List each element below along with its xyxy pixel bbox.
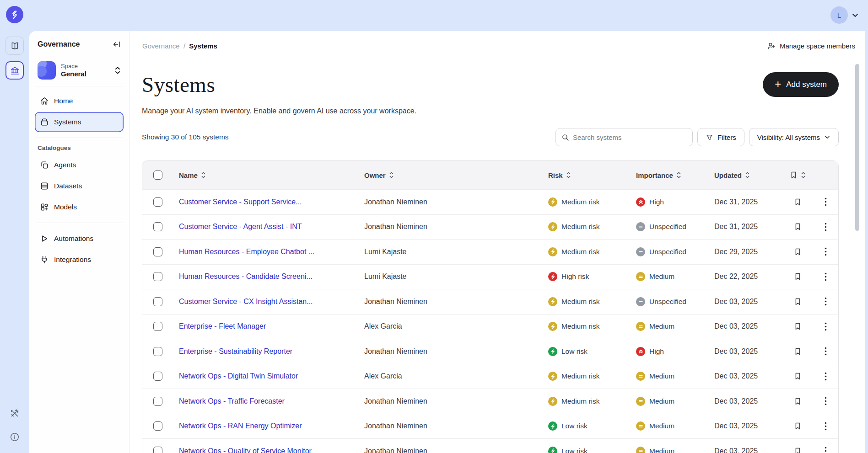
account-chevron-down-icon[interactable] xyxy=(852,11,859,19)
select-all-checkbox[interactable] xyxy=(153,171,162,180)
risk-badge: Medium risk xyxy=(548,297,636,306)
importance-badge: High xyxy=(636,197,714,207)
sidebar-section-catalogues: Catalogues xyxy=(35,138,124,155)
owner-cell: Alex Garcia xyxy=(364,372,548,380)
importance-level-icon xyxy=(636,397,645,406)
breadcrumb-parent[interactable]: Governance xyxy=(142,42,180,50)
updated-cell: Dec 31, 2025 xyxy=(714,198,783,206)
column-header-owner[interactable]: Owner xyxy=(364,171,548,179)
library-book-icon[interactable] xyxy=(5,37,24,55)
row-checkbox[interactable] xyxy=(153,372,162,381)
bookmark-icon[interactable] xyxy=(783,397,813,405)
importance-level-icon xyxy=(636,297,645,306)
bookmark-icon[interactable] xyxy=(783,272,813,281)
row-checkbox[interactable] xyxy=(153,322,162,331)
sidebar-item-models[interactable]: Models xyxy=(35,197,124,217)
system-name-link[interactable]: Network Ops - Traffic Forecaster xyxy=(179,397,285,405)
bookmark-icon[interactable] xyxy=(783,322,813,330)
system-name-link[interactable]: Human Resources - Employee Chatbot ... xyxy=(179,248,314,256)
main-content: Governance / Systems Manage space member… xyxy=(129,31,868,453)
column-header-bookmark[interactable] xyxy=(783,171,813,179)
column-header-risk[interactable]: Risk xyxy=(548,171,636,179)
vertical-scrollbar[interactable] xyxy=(855,64,859,231)
risk-level-icon xyxy=(548,372,557,381)
breadcrumb: Governance / Systems xyxy=(142,42,217,50)
column-header-name[interactable]: Name xyxy=(179,171,364,179)
row-menu-kebab-icon[interactable] xyxy=(813,347,838,356)
sidebar-item-systems[interactable]: Systems xyxy=(35,112,124,132)
bookmark-icon[interactable] xyxy=(783,447,813,453)
row-menu-kebab-icon[interactable] xyxy=(813,322,838,331)
row-menu-kebab-icon[interactable] xyxy=(813,223,838,231)
importance-badge: Unspecified xyxy=(636,247,714,256)
owner-cell: Alex Garcia xyxy=(364,322,548,330)
column-header-importance[interactable]: Importance xyxy=(636,171,714,179)
filters-button[interactable]: Filters xyxy=(697,128,744,146)
info-icon[interactable] xyxy=(10,432,20,442)
system-name-link[interactable]: Enterprise - Sustainability Reporter xyxy=(179,347,292,355)
row-checkbox[interactable] xyxy=(153,347,162,356)
system-name-link[interactable]: Network Ops - RAN Energy Optimizer xyxy=(179,422,302,430)
space-avatar xyxy=(38,61,56,80)
app-logo-icon[interactable] xyxy=(6,6,23,23)
row-checkbox[interactable] xyxy=(153,421,162,431)
risk-level-icon xyxy=(548,447,557,453)
tools-icon[interactable] xyxy=(10,408,20,418)
row-menu-kebab-icon[interactable] xyxy=(813,247,838,256)
user-avatar[interactable]: L xyxy=(830,6,848,24)
space-switcher-chevrons-icon[interactable] xyxy=(114,66,121,75)
system-name-link[interactable]: Customer Service - CX Insight Assistan..… xyxy=(179,298,313,305)
sort-icon xyxy=(745,171,750,179)
row-checkbox[interactable] xyxy=(153,247,162,256)
row-menu-kebab-icon[interactable] xyxy=(813,272,838,281)
row-checkbox[interactable] xyxy=(153,397,162,406)
system-name-link[interactable]: Customer Service - Agent Assist - INT xyxy=(179,223,302,230)
bookmark-icon[interactable] xyxy=(783,347,813,356)
sidebar-item-agents[interactable]: Agents xyxy=(35,155,124,175)
agents-copy-icon xyxy=(40,160,49,170)
bookmark-icon[interactable] xyxy=(783,198,813,206)
collapse-sidebar-icon[interactable] xyxy=(113,40,121,48)
row-menu-kebab-icon[interactable] xyxy=(813,372,838,381)
bookmark-icon[interactable] xyxy=(783,223,813,231)
bookmark-icon[interactable] xyxy=(783,248,813,256)
bookmark-icon[interactable] xyxy=(783,422,813,430)
governance-bank-icon[interactable] xyxy=(5,61,24,80)
row-menu-kebab-icon[interactable] xyxy=(813,422,838,431)
sidebar-item-integrations[interactable]: Integrations xyxy=(35,250,124,270)
row-checkbox[interactable] xyxy=(153,197,162,207)
system-name-link[interactable]: Network Ops - Quality of Service Monitor xyxy=(179,447,312,453)
row-checkbox[interactable] xyxy=(153,272,162,281)
sidebar-item-datasets[interactable]: Datasets xyxy=(35,176,124,196)
risk-badge: High risk xyxy=(548,272,636,281)
row-menu-kebab-icon[interactable] xyxy=(813,397,838,405)
row-menu-kebab-icon[interactable] xyxy=(813,447,838,453)
system-name-link[interactable]: Enterprise - Fleet Manager xyxy=(179,322,266,330)
importance-badge: Medium xyxy=(636,322,714,331)
row-checkbox[interactable] xyxy=(153,297,162,306)
system-name-link[interactable]: Network Ops - Digital Twin Simulator xyxy=(179,372,298,380)
row-checkbox[interactable] xyxy=(153,447,162,453)
row-menu-kebab-icon[interactable] xyxy=(813,297,838,306)
sidebar-item-label: Models xyxy=(54,203,77,211)
search-input[interactable] xyxy=(573,133,687,141)
risk-badge: Medium risk xyxy=(548,247,636,256)
sidebar-item-home[interactable]: Home xyxy=(35,91,124,111)
bookmark-icon[interactable] xyxy=(783,298,813,306)
importance-badge: Medium xyxy=(636,421,714,431)
system-name-link[interactable]: Human Resources - Candidate Screeni... xyxy=(179,272,313,280)
space-selector[interactable]: Space General xyxy=(35,58,124,86)
owner-cell: Lumi Kajaste xyxy=(364,248,548,256)
bookmark-icon[interactable] xyxy=(783,372,813,380)
row-menu-kebab-icon[interactable] xyxy=(813,197,838,206)
manage-space-members-button[interactable]: Manage space members xyxy=(767,42,855,50)
sidebar-item-automations[interactable]: Automations xyxy=(35,229,124,249)
add-system-button[interactable]: + Add system xyxy=(763,72,839,97)
row-checkbox[interactable] xyxy=(153,222,162,231)
owner-cell: Jonathan Nieminen xyxy=(364,347,548,356)
system-name-link[interactable]: Customer Service - Support Service... xyxy=(179,198,302,206)
table-row: Network Ops - Quality of Service Monitor… xyxy=(142,438,838,453)
owner-cell: Jonathan Nieminen xyxy=(364,397,548,405)
column-header-updated[interactable]: Updated xyxy=(714,171,783,179)
visibility-dropdown[interactable]: Visibility: All systems xyxy=(749,128,839,146)
